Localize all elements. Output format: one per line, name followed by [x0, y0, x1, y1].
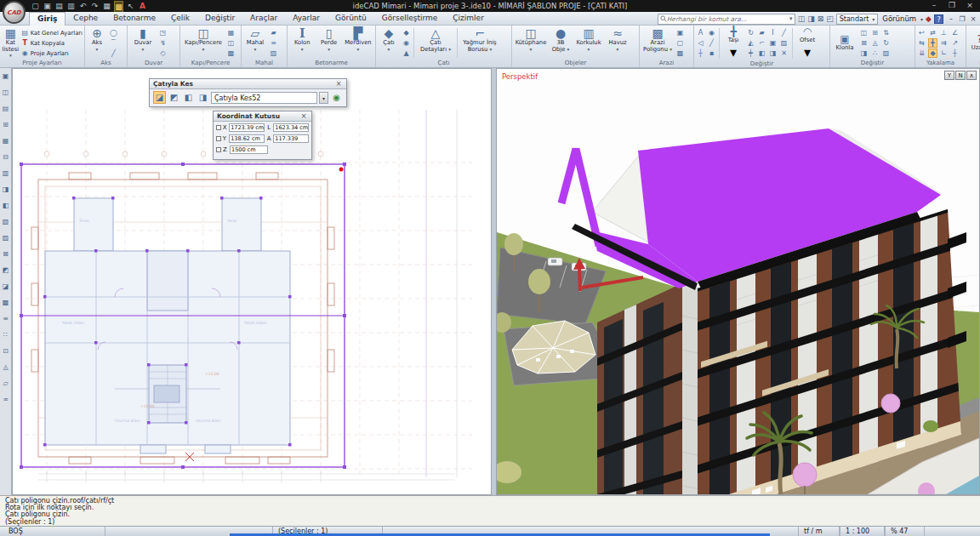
- render-3d-scene[interactable]: [497, 69, 979, 494]
- l-value-input[interactable]: 1623.34 cm: [273, 123, 309, 132]
- snap-tool-icon-10[interactable]: ∟: [939, 48, 949, 58]
- viewport-nav-button-1[interactable]: N: [955, 71, 966, 80]
- proje-ayarlari-button[interactable]: ◉Proje Ayarları: [21, 48, 83, 58]
- viewport-nav-button-0[interactable]: Y: [944, 71, 954, 80]
- layer-panel2-icon[interactable]: ◨: [807, 14, 815, 23]
- new-view-icon[interactable]: ◰: [826, 14, 834, 23]
- edit-tool-icon-8[interactable]: ▨: [881, 48, 891, 58]
- x-value-input[interactable]: 1723.39 cm: [229, 123, 265, 132]
- window-control-button-2[interactable]: ×: [961, 0, 978, 11]
- snap-tool-icon-1[interactable]: ⇄: [928, 28, 937, 37]
- help-button[interactable]: ?: [934, 14, 943, 24]
- viewport-nav-button-2[interactable]: ∧: [966, 71, 977, 80]
- left-toolbar-icon-15[interactable]: ≡: [3, 311, 9, 327]
- window-control-button-0[interactable]: –: [926, 0, 943, 11]
- left-toolbar-icon-3[interactable]: ⊞: [3, 117, 9, 133]
- edit-tool-icon-3[interactable]: ⊠: [859, 38, 869, 48]
- arazi-poligonu-button[interactable]: ▩ Arazi Poligonu ▾: [641, 26, 674, 60]
- a-value-input[interactable]: 117.339: [273, 134, 309, 143]
- snap-tool-icon-8[interactable]: ⇊: [917, 48, 926, 58]
- render-icon[interactable]: ◆: [926, 14, 932, 23]
- merdiven-button[interactable]: ▛ Merdiven▾: [343, 26, 373, 60]
- dialog-title-bar[interactable]: Çatıyla Kes ×: [150, 79, 346, 89]
- kutuphane-button[interactable]: ◫ Kütüphane▾: [514, 26, 548, 60]
- snap-tool-icon-7[interactable]: ↗: [950, 38, 960, 48]
- left-toolbar-icon-16[interactable]: ∷: [3, 327, 8, 343]
- snap-tool-icon-6[interactable]: ⇉: [939, 38, 949, 48]
- settings-gear-icon[interactable]: ◉: [330, 91, 343, 104]
- left-toolbar-icon-13[interactable]: ◪: [3, 278, 9, 294]
- opening-tool-icon-2[interactable]: ▩: [226, 48, 236, 58]
- snap-tool-icon-9[interactable]: ◆: [928, 48, 937, 58]
- layer-panel-icon[interactable]: ◫: [798, 14, 806, 23]
- ribbon-tab-3[interactable]: Çelik: [163, 12, 197, 26]
- doc-control-button-1[interactable]: ❐: [957, 14, 967, 24]
- ofset-button[interactable]: ◠ Ofset▾: [795, 26, 819, 60]
- z-value-input[interactable]: 1500 cm: [230, 145, 268, 154]
- window-control-button-1[interactable]: ❐: [943, 0, 960, 11]
- ribbon-tab-2[interactable]: Betonarme: [105, 12, 163, 26]
- wall-tool-icon-1[interactable]: ↯: [158, 38, 168, 48]
- mahal-button[interactable]: ▱ Mahal▾: [243, 26, 267, 60]
- left-toolbar-icon-17[interactable]: ⊡: [3, 343, 9, 359]
- left-toolbar-icon-14[interactable]: ▩: [3, 294, 9, 311]
- transform-tool-icon-1[interactable]: ◭: [746, 38, 755, 48]
- kat-listesi-button[interactable]: ▦ Kat listesi ▾: [2, 26, 20, 60]
- left-toolbar-icon-12[interactable]: ◩: [3, 262, 9, 278]
- snap-tool-icon-3[interactable]: ∠: [950, 28, 960, 37]
- modify-tool-icon-2[interactable]: ╱: [779, 28, 789, 37]
- ribbon-tab-0[interactable]: Giriş: [29, 12, 66, 26]
- edit-tool-icon-7[interactable]: ∴: [870, 48, 880, 58]
- active-vertex-marker[interactable]: [339, 168, 344, 172]
- klonla-button[interactable]: ▣ Klonla: [832, 26, 858, 60]
- ribbon-tab-6[interactable]: Ayarlar: [285, 12, 328, 26]
- ribbon-tab-8[interactable]: Görselleştirme: [374, 12, 446, 26]
- roof-cut-tool-icon-0[interactable]: ◪: [153, 91, 166, 104]
- terrain-tool-icon-0[interactable]: ▣: [675, 28, 685, 37]
- opening-tool-icon-0[interactable]: ▦: [226, 28, 236, 37]
- search-caret-icon[interactable]: ▾: [789, 15, 793, 22]
- left-toolbar-icon-6[interactable]: ▥: [3, 165, 9, 181]
- left-toolbar-icon-9[interactable]: ▧: [3, 214, 9, 230]
- search-input[interactable]: [667, 15, 789, 23]
- kolon-button[interactable]: I Kolon▾: [289, 26, 315, 60]
- select-tool-icon-0[interactable]: A: [696, 28, 705, 37]
- ribbon-tab-9[interactable]: Çizimler: [445, 12, 492, 26]
- edit-tool-icon-0[interactable]: ◫: [859, 28, 869, 37]
- command-search[interactable]: ▾: [658, 14, 795, 25]
- edit-tool-icon-2[interactable]: ⇅: [881, 28, 891, 37]
- snap-tool-icon-0[interactable]: ↩: [917, 28, 926, 37]
- snap-tool-icon-2[interactable]: ⊥: [939, 28, 949, 37]
- ribbon-tab-7[interactable]: Görüntü: [328, 12, 374, 26]
- doc-control-button-2[interactable]: ×: [968, 14, 978, 24]
- close-icon[interactable]: ×: [334, 80, 343, 88]
- transform-tool-icon-2[interactable]: ┿: [746, 48, 755, 58]
- kat-kopyala-button[interactable]: TKat Kopyala: [21, 38, 83, 48]
- opening-tool-icon-1[interactable]: ◫: [226, 38, 236, 48]
- modify-tool-icon-8[interactable]: ✕: [779, 48, 789, 58]
- left-toolbar-icon-1[interactable]: ◫: [3, 84, 9, 100]
- modify-tool-icon-7[interactable]: ◨: [768, 48, 778, 58]
- snap-tool-icon-5[interactable]: ╋: [928, 38, 937, 48]
- roof-cut-tool-icon-3[interactable]: ◨: [197, 91, 209, 104]
- left-toolbar-icon-2[interactable]: ▤: [3, 100, 9, 117]
- scale-indicator[interactable]: 1 : 100: [840, 527, 885, 536]
- kat-genel-ayarlari-button[interactable]: ▤Kat Genel Ayarları: [21, 28, 83, 37]
- left-toolbar-icon-0[interactable]: ▣: [3, 68, 9, 84]
- zoom-indicator[interactable]: % 47: [885, 527, 925, 536]
- cati-button[interactable]: ◆ Çatı▾: [378, 26, 400, 60]
- left-toolbar-icon-11[interactable]: ⊠: [3, 246, 9, 262]
- tasi-button[interactable]: ╋ Taşı▾: [722, 26, 744, 60]
- axis-tool-icon-1[interactable]: ⌒: [109, 38, 118, 48]
- snap-tool-icon-11[interactable]: ┼: [950, 48, 960, 58]
- axis-tool-icon-2[interactable]: ╱: [109, 48, 118, 58]
- modify-tool-icon-5[interactable]: ▨: [779, 38, 789, 48]
- modify-tool-icon-0[interactable]: ▰: [757, 28, 766, 37]
- uzaklik-button[interactable]: ?( Uzaklık: [968, 26, 980, 60]
- left-toolbar-icon-5[interactable]: ⊟: [3, 149, 9, 165]
- y-value-input[interactable]: 138.62 cm: [229, 134, 265, 143]
- ribbon-tab-1[interactable]: Cephe: [66, 12, 105, 26]
- left-toolbar-icon-18[interactable]: ◬: [3, 359, 8, 375]
- wall-tool-icon-0[interactable]: ◳: [158, 28, 168, 37]
- x-lock-checkbox[interactable]: [216, 125, 221, 130]
